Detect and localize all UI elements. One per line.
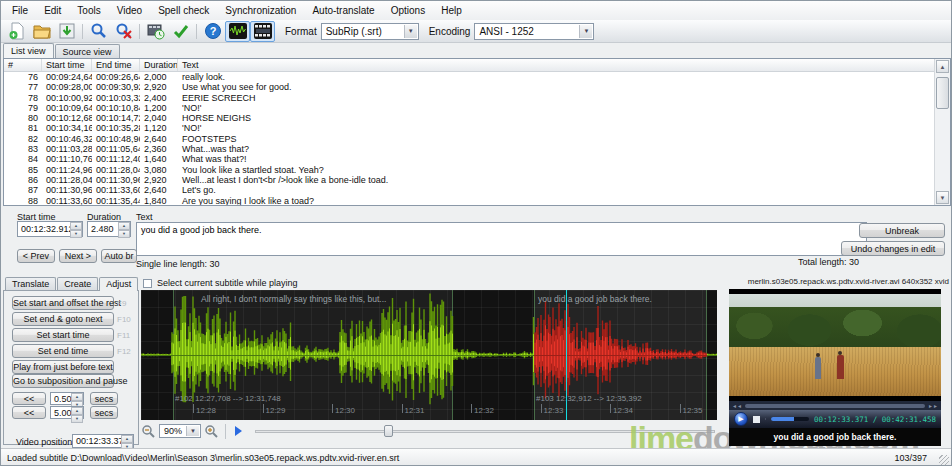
menu-synchronization[interactable]: Synchronization bbox=[217, 2, 304, 19]
tab-translate[interactable]: Translate bbox=[5, 277, 56, 290]
spinner-buttons[interactable]: ▲▼ bbox=[71, 407, 83, 418]
table-row[interactable]: 7800:10:00,92000:10:03,3202,400EERIE SCR… bbox=[4, 93, 934, 103]
column-header-start-time[interactable]: Start time bbox=[42, 59, 92, 71]
new-file-button[interactable] bbox=[4, 21, 29, 42]
scroll-up-icon[interactable]: ▲ bbox=[936, 60, 949, 73]
menu-tools[interactable]: Tools bbox=[69, 2, 108, 19]
menu-auto-translate[interactable]: Auto-translate bbox=[304, 2, 382, 19]
list-body[interactable]: 7600:09:24,64000:09:26,6402,000really lo… bbox=[4, 72, 934, 205]
region-text: All right, I don't normally say things l… bbox=[201, 294, 386, 304]
table-row[interactable]: 8700:11:30,96000:11:33,6002,640Let's go. bbox=[4, 185, 934, 195]
table-row[interactable]: 8200:10:46,32000:10:48,9602,640FOOTSTEPS bbox=[4, 134, 934, 144]
tab-source-view[interactable]: Source view bbox=[55, 44, 120, 58]
prev-button[interactable]: < Prev bbox=[17, 249, 55, 263]
adjust-button-set-start-time[interactable]: Set start time bbox=[12, 328, 114, 342]
table-row[interactable]: 7700:09:28,00000:09:30,9202,920Use what … bbox=[4, 82, 934, 92]
menu-edit[interactable]: Edit bbox=[36, 2, 69, 19]
video-frame[interactable] bbox=[729, 289, 941, 401]
video-seekbar[interactable]: ◄◄ ►► bbox=[729, 401, 941, 410]
waveform-zoom-select[interactable]: 90% ▼ bbox=[159, 424, 201, 438]
playhead-line bbox=[566, 290, 567, 420]
view-tabstrip: List view Source view bbox=[3, 43, 121, 58]
table-row[interactable]: 7600:09:24,64000:09:26,6402,000really lo… bbox=[4, 72, 934, 82]
subtitle-text-input[interactable]: you did a good job back there. bbox=[136, 222, 867, 256]
find-button[interactable] bbox=[86, 21, 111, 42]
seek-back-button[interactable]: << bbox=[12, 392, 46, 405]
column-header-[interactable]: # bbox=[4, 59, 42, 71]
undo-edit-button[interactable]: Undo changes in edit bbox=[841, 241, 945, 256]
menu-video[interactable]: Video bbox=[109, 2, 150, 19]
adjust-button-set-end-time[interactable]: Set end time bbox=[12, 344, 114, 358]
seek-secs-button[interactable]: secs bbox=[90, 392, 118, 405]
scroll-down-icon[interactable]: ▼ bbox=[936, 191, 949, 204]
menu-help[interactable]: Help bbox=[433, 2, 470, 19]
play-waveform-icon[interactable] bbox=[232, 425, 244, 437]
tab-list-view[interactable]: List view bbox=[3, 43, 54, 58]
seek-amount-input[interactable]: 5.000▲▼ bbox=[50, 406, 84, 419]
waveform-display[interactable]: All right, I don't normally say things l… bbox=[141, 290, 717, 420]
resize-grip[interactable] bbox=[939, 455, 949, 465]
seek-back-button[interactable]: << bbox=[12, 406, 46, 419]
spinner-buttons[interactable]: ▲▼ bbox=[121, 435, 133, 447]
video-position-input[interactable]: 00:12:33.371 ▲▼ bbox=[72, 434, 134, 448]
table-row[interactable]: 8400:11:10,76000:11:12,4001,640What was … bbox=[4, 154, 934, 164]
column-header-text[interactable]: Text bbox=[178, 59, 950, 71]
table-row[interactable]: 7900:10:09,64000:10:10,8401,200'NO!' bbox=[4, 103, 934, 113]
table-row[interactable]: 8300:11:03,28000:11:05,6402,360What...wa… bbox=[4, 144, 934, 154]
tick-label: 12:29 bbox=[266, 406, 286, 415]
spinner-buttons[interactable]: ▲▼ bbox=[70, 222, 82, 236]
tab-create[interactable]: Create bbox=[57, 277, 98, 290]
column-header-duration[interactable]: Duration bbox=[140, 59, 178, 71]
format-value: SubRip (.srt) bbox=[326, 26, 382, 37]
table-row[interactable]: 8600:11:28,04000:11:30,9602,920Well...at… bbox=[4, 175, 934, 185]
table-row[interactable]: 8500:11:24,96000:11:28,0403,080You look … bbox=[4, 165, 934, 175]
next-button[interactable]: Next > bbox=[59, 249, 97, 263]
column-header-end-time[interactable]: End time bbox=[92, 59, 140, 71]
spell-check-button[interactable] bbox=[168, 21, 193, 42]
adjust-button-go-to-subposition-and-pause[interactable]: Go to subposition and pause bbox=[12, 374, 114, 388]
table-row[interactable]: 8100:10:34,16000:10:35,2801,120'NO!' bbox=[4, 123, 934, 133]
adjust-button-play-from-just-before-text[interactable]: Play from just before text bbox=[12, 360, 114, 374]
duration-input[interactable]: 2.480 ▲▼ bbox=[87, 221, 131, 237]
scrollbar-thumb[interactable] bbox=[936, 77, 949, 109]
scrollbar-handle[interactable] bbox=[384, 425, 393, 437]
seek-forward-icon[interactable]: ►► bbox=[928, 403, 938, 409]
adjust-button-set-end-goto-next[interactable]: Set end & goto next bbox=[12, 312, 114, 326]
toggle-video-button[interactable] bbox=[250, 21, 275, 42]
auto-br-button[interactable]: Auto br bbox=[101, 249, 137, 263]
menu-file[interactable]: File bbox=[4, 2, 36, 19]
format-select[interactable]: SubRip (.srt) ▼ bbox=[321, 23, 419, 40]
seek-back-icon[interactable]: ◄◄ bbox=[732, 403, 742, 409]
seek-amount-input[interactable]: 0.500▲▼ bbox=[50, 392, 84, 405]
replace-button[interactable] bbox=[111, 21, 136, 42]
adjust-button-set-start-and-offset-the-rest[interactable]: Set start and offset the rest bbox=[12, 296, 114, 310]
open-file-button[interactable] bbox=[29, 21, 54, 42]
speaker-icon[interactable] bbox=[765, 414, 766, 424]
visual-sync-button[interactable] bbox=[143, 21, 168, 42]
cell: 2,920 bbox=[140, 82, 178, 92]
unbreak-button[interactable]: Unbreak bbox=[859, 223, 945, 238]
select-current-subtitle-checkbox[interactable] bbox=[143, 279, 152, 288]
spinner-buttons[interactable]: ▲▼ bbox=[71, 393, 83, 404]
zoom-out-icon[interactable] bbox=[141, 424, 156, 439]
zoom-in-icon[interactable] bbox=[204, 424, 219, 439]
waveform-scrollbar[interactable] bbox=[255, 424, 717, 438]
menu-spell-check[interactable]: Spell check bbox=[150, 2, 217, 19]
menu-options[interactable]: Options bbox=[383, 2, 433, 19]
stop-button[interactable] bbox=[753, 416, 760, 423]
seek-track[interactable] bbox=[745, 404, 925, 408]
volume-slider[interactable] bbox=[771, 417, 809, 421]
seek-secs-button[interactable]: secs bbox=[90, 406, 118, 419]
scrollbar-track[interactable] bbox=[255, 430, 715, 433]
encoding-select[interactable]: ANSI - 1252 ▼ bbox=[474, 23, 594, 40]
table-row[interactable]: 8800:11:33,60000:11:35,4401,840Are you s… bbox=[4, 196, 934, 205]
play-button[interactable]: ▶ bbox=[734, 412, 748, 426]
list-scrollbar[interactable]: ▲ ▼ bbox=[934, 59, 950, 205]
help-button[interactable]: ? bbox=[200, 21, 225, 42]
table-row[interactable]: 8000:10:12,68000:10:14,7202,040HORSE NEI… bbox=[4, 113, 934, 123]
spinner-buttons[interactable]: ▲▼ bbox=[118, 222, 130, 236]
save-button[interactable] bbox=[54, 21, 79, 42]
start-time-input[interactable]: 00:12:32.912 ▲▼ bbox=[17, 221, 83, 237]
toggle-waveform-button[interactable] bbox=[225, 21, 250, 42]
tab-adjust[interactable]: Adjust bbox=[99, 277, 138, 291]
